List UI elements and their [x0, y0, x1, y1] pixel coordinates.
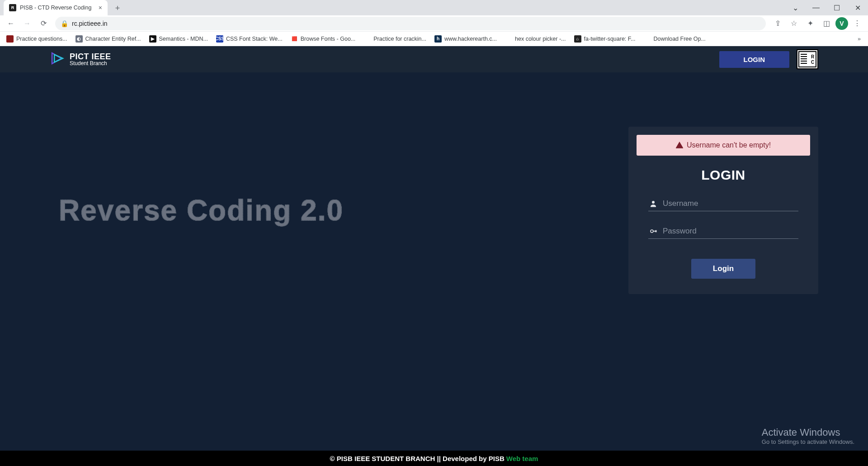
bookmark-favicon: ◐ [75, 35, 83, 43]
rc-badge-icon[interactable]: RC [797, 49, 818, 69]
svg-text:C: C [811, 60, 814, 65]
window-titlebar: R PISB - CTD Reverse Coding × + ⌄ — ☐ ✕ [0, 0, 868, 15]
bookmark-label: Practice questions... [16, 36, 67, 42]
bookmark-label: www.hackerearth.c... [444, 36, 497, 42]
brand-logo-icon [50, 51, 65, 68]
bookmark-item[interactable]: hwww.hackerearth.c... [432, 33, 500, 44]
bookmark-item[interactable]: CSSCSS Font Stack: We... [213, 33, 285, 44]
login-submit-button[interactable]: Login [691, 259, 755, 279]
svg-rect-4 [801, 56, 807, 57]
bookmark-item[interactable]: ◐Character Entity Ref... [73, 33, 144, 44]
bookmark-favicon: ⌂ [574, 35, 581, 43]
bookmark-item[interactable]: ▶Semantics - MDN... [146, 33, 211, 44]
bookmarks-bar: Practice questions...◐Character Entity R… [0, 32, 868, 46]
warning-icon [676, 142, 683, 149]
bookmark-favicon: G [505, 35, 512, 43]
bookmark-favicon [6, 35, 14, 43]
profile-avatar[interactable]: V [835, 17, 848, 30]
svg-point-11 [651, 230, 653, 233]
address-bar[interactable]: 🔒 rc.pictieee.in [55, 17, 766, 30]
tab-favicon: R [9, 4, 16, 11]
bookmark-item[interactable]: ✿Download Free Op... [641, 33, 708, 44]
svg-marker-0 [52, 53, 61, 64]
bookmark-favicon: ▶ [149, 35, 156, 43]
bookmark-favicon: gfg [363, 35, 371, 43]
bookmark-label: Download Free Op... [653, 36, 705, 42]
hero-section: Reverse Coding 2.0 Username can't be emp… [0, 72, 868, 321]
windows-watermark: Activate Windows Go to Settings to activ… [762, 427, 854, 445]
password-field[interactable] [648, 224, 798, 239]
footer-webteam-link[interactable]: Web team [506, 455, 538, 462]
bookmark-label: Semantics - MDN... [159, 36, 208, 42]
brand-line2: Student Branch [70, 61, 111, 66]
login-card: Username can't be empty! LOGIN Login [628, 127, 818, 294]
site-footer: © PISB IEEE STUDENT BRANCH || Developed … [0, 451, 868, 466]
username-input[interactable] [663, 199, 797, 208]
bookmark-favicon: ✿ [643, 35, 651, 43]
bookmark-label: CSS Font Stack: We... [226, 36, 283, 42]
svg-point-10 [652, 201, 655, 204]
sidepanel-icon[interactable]: ◫ [819, 16, 834, 31]
url-text: rc.pictieee.in [72, 20, 108, 27]
minimize-icon[interactable]: — [806, 0, 826, 15]
bookmark-label: hex colour picker -... [515, 36, 566, 42]
bookmark-label: Character Entity Ref... [85, 36, 141, 42]
footer-text: © PISB IEEE STUDENT BRANCH || Developed … [330, 455, 505, 462]
brand-line1: PICT IEEE [70, 52, 111, 61]
bookmark-favicon: 🟥 [291, 35, 298, 43]
error-alert: Username can't be empty! [637, 135, 810, 156]
svg-text:R: R [811, 54, 815, 59]
browser-toolbar: ← → ⟳ 🔒 rc.pictieee.in ⇪ ☆ ✦ ◫ V ⋮ [0, 15, 868, 32]
forward-button[interactable]: → [20, 16, 34, 31]
brand[interactable]: PICT IEEE Student Branch [50, 51, 111, 68]
svg-rect-6 [801, 61, 807, 62]
reload-button[interactable]: ⟳ [36, 16, 51, 31]
bookmark-item[interactable]: Ghex colour picker -... [502, 33, 569, 44]
nav-login-button[interactable]: LOGIN [719, 51, 790, 68]
lock-icon: 🔒 [61, 20, 68, 27]
bookmark-favicon: h [434, 35, 442, 43]
bookmark-label: fa-twitter-square: F... [584, 36, 636, 42]
svg-rect-5 [801, 58, 807, 59]
key-icon [649, 227, 657, 235]
kebab-menu-icon[interactable]: ⋮ [850, 16, 864, 31]
site-navbar: PICT IEEE Student Branch LOGIN RC [0, 46, 868, 72]
username-field[interactable] [648, 196, 798, 211]
extensions-icon[interactable]: ✦ [803, 16, 817, 31]
bookmark-item[interactable]: Practice questions... [4, 33, 70, 44]
bookmark-item[interactable]: gfgPractice for crackin... [361, 33, 429, 44]
bookmark-label: Browse Fonts - Goo... [301, 36, 356, 42]
close-icon[interactable]: ✕ [847, 0, 868, 15]
error-text: Username can't be empty! [687, 141, 771, 149]
brand-text: PICT IEEE Student Branch [70, 52, 111, 66]
tab-title: PISB - CTD Reverse Coding [20, 5, 91, 11]
window-controls: ⌄ — ☐ ✕ [785, 0, 868, 15]
back-button[interactable]: ← [4, 16, 18, 31]
password-input[interactable] [663, 227, 797, 236]
bookmark-item[interactable]: 🟥Browse Fonts - Goo... [288, 33, 359, 44]
chevron-down-icon[interactable]: ⌄ [785, 0, 806, 15]
svg-rect-3 [801, 54, 807, 55]
user-icon [649, 200, 657, 208]
share-icon[interactable]: ⇪ [770, 16, 785, 31]
new-tab-button[interactable]: + [111, 2, 124, 14]
bookmarks-overflow-icon[interactable]: » [854, 36, 864, 42]
bookmark-item[interactable]: ⌂fa-twitter-square: F... [571, 33, 638, 44]
maximize-icon[interactable]: ☐ [826, 0, 847, 15]
svg-marker-1 [54, 55, 63, 62]
login-heading: LOGIN [637, 167, 810, 183]
watermark-line2: Go to Settings to activate Windows. [762, 438, 854, 445]
bookmark-label: Practice for crackin... [373, 36, 426, 42]
bookmark-favicon: CSS [216, 35, 223, 43]
browser-tab[interactable]: R PISB - CTD Reverse Coding × [4, 0, 108, 15]
page-content: PICT IEEE Student Branch LOGIN RC Revers… [0, 46, 868, 466]
svg-rect-7 [801, 63, 807, 64]
watermark-line1: Activate Windows [762, 427, 854, 438]
hero-title: Reverse Coding 2.0 [59, 194, 344, 227]
tab-close-icon[interactable]: × [99, 4, 102, 11]
star-icon[interactable]: ☆ [787, 16, 801, 31]
